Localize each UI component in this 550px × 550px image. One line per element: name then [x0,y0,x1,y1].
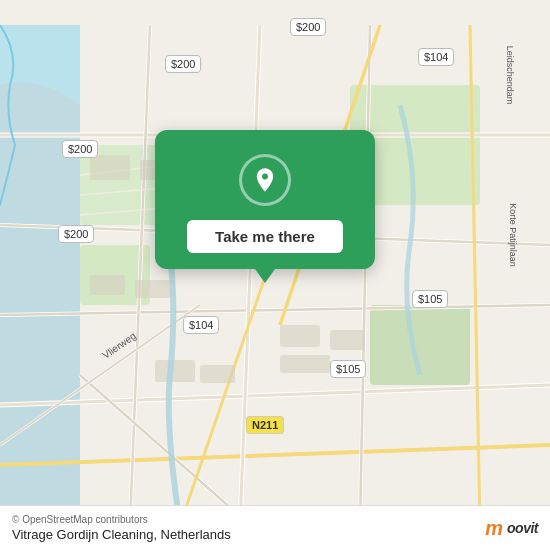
svg-rect-39 [200,365,235,383]
svg-rect-33 [90,275,125,295]
moovit-logo[interactable]: m oovit [485,517,538,540]
price-badge-4[interactable]: $200 [58,225,94,243]
price-badge-3[interactable]: $200 [62,140,98,158]
map-container: $200 $200 $200 $200 $104 $105 $104 $105 … [0,0,550,550]
take-me-there-button[interactable]: Take me there [187,220,343,253]
location-icon-container [239,154,291,206]
svg-rect-30 [90,155,130,180]
location-popup: Take me there [155,130,375,269]
svg-rect-35 [280,325,320,347]
price-badge-1[interactable]: $200 [290,18,326,36]
route-badge-n211[interactable]: N211 [246,416,284,434]
svg-line-13 [0,445,550,465]
price-badge-5[interactable]: $104 [418,48,454,66]
bottom-bar: © OpenStreetMap contributors Vitrage Gor… [0,505,550,550]
bottom-left-info: © OpenStreetMap contributors Vitrage Gor… [12,514,231,542]
road-label-east2: Korte Patijnlaan [508,203,518,267]
moovit-m-letter: m [485,517,503,540]
price-badge-7[interactable]: $104 [183,316,219,334]
location-pin-icon [251,166,279,194]
svg-rect-36 [330,330,365,350]
location-name: Vitrage Gordijn Cleaning, Netherlands [12,527,231,542]
svg-rect-38 [155,360,195,382]
price-badge-8[interactable]: $105 [330,360,366,378]
svg-rect-37 [280,355,330,373]
price-badge-6[interactable]: $105 [412,290,448,308]
moovit-text: oovit [507,520,538,536]
price-badge-2[interactable]: $200 [165,55,201,73]
svg-rect-34 [135,280,175,298]
svg-point-40 [262,174,268,180]
svg-rect-0 [0,25,80,525]
osm-attribution[interactable]: © OpenStreetMap contributors [12,514,231,525]
map-svg [0,0,550,550]
road-label-east: Leidschendam [506,46,516,105]
